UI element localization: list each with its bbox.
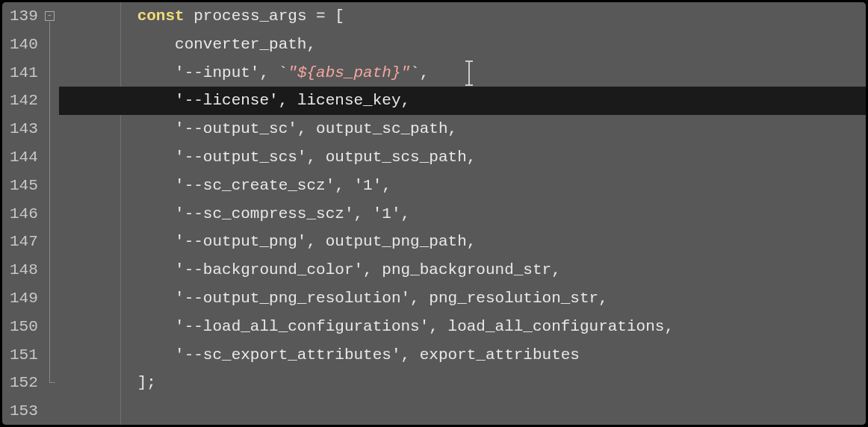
code-line[interactable]: '--sc_compress_scz', '1', bbox=[59, 200, 866, 228]
code-token: license_key, bbox=[297, 92, 410, 109]
code-token: , bbox=[401, 205, 411, 222]
line-number: 144 bbox=[10, 143, 38, 172]
fold-guide bbox=[49, 22, 50, 382]
code-token: , bbox=[354, 205, 373, 222]
code-token: , bbox=[306, 233, 325, 250]
line-number: 151 bbox=[10, 341, 38, 370]
code-token: '--output_png_resolution' bbox=[175, 290, 410, 307]
code-token: const bbox=[137, 7, 194, 25]
code-area[interactable]: const process_args = [ converter_path, '… bbox=[59, 2, 866, 425]
code-token: ]; bbox=[137, 374, 156, 391]
code-token: ` bbox=[279, 64, 288, 81]
code-token: '--sc_compress_scz' bbox=[175, 205, 353, 222]
code-token: png_background_str, bbox=[382, 261, 560, 278]
line-number: 147 bbox=[10, 228, 38, 256]
code-line[interactable]: '--output_png', output_png_path, bbox=[59, 228, 866, 256]
line-number: 152 bbox=[10, 369, 38, 397]
code-token: '--sc_export_attributes' bbox=[175, 346, 400, 364]
line-number-gutter: 1391401411421431441451461471481491501511… bbox=[2, 2, 43, 425]
code-line[interactable]: converter_path, bbox=[59, 31, 866, 59]
code-token: , bbox=[259, 64, 278, 81]
code-token: , bbox=[401, 346, 420, 364]
code-line[interactable]: '--license', license_key, bbox=[59, 87, 866, 115]
code-line[interactable]: const process_args = [ bbox=[59, 2, 866, 31]
code-line[interactable]: '--output_scs', output_scs_path, bbox=[59, 143, 866, 172]
code-token: , bbox=[306, 149, 325, 166]
code-token: process_args bbox=[193, 7, 316, 25]
code-line[interactable]: '--sc_create_scz', '1', bbox=[59, 172, 866, 200]
code-token: '--output_png' bbox=[175, 233, 306, 250]
fold-guide-end bbox=[49, 382, 55, 383]
code-line[interactable]: ]; bbox=[59, 369, 866, 397]
code-token: output_sc_path, bbox=[316, 120, 457, 137]
code-token: = [ bbox=[316, 7, 344, 25]
code-token: '1' bbox=[354, 177, 382, 194]
code-token: , bbox=[382, 177, 391, 194]
code-line[interactable]: '--sc_export_attributes', export_attribu… bbox=[59, 341, 866, 370]
code-token: output_png_path, bbox=[326, 233, 477, 250]
code-token: "${abs_path}" bbox=[288, 64, 410, 81]
line-number: 146 bbox=[10, 200, 38, 228]
line-number: 140 bbox=[10, 31, 38, 59]
code-token: converter_path, bbox=[175, 36, 316, 53]
code-token: '--sc_create_scz' bbox=[175, 177, 335, 194]
line-number: 141 bbox=[10, 59, 38, 87]
code-token: png_resolution_str, bbox=[429, 290, 607, 307]
line-number: 149 bbox=[10, 284, 38, 313]
line-number: 143 bbox=[10, 115, 38, 143]
code-token: '--input' bbox=[175, 64, 259, 81]
code-token: ` bbox=[410, 64, 420, 81]
fold-column[interactable]: - bbox=[43, 2, 59, 425]
fold-toggle-icon[interactable]: - bbox=[45, 11, 55, 21]
code-line[interactable] bbox=[59, 397, 866, 426]
code-token: '1' bbox=[373, 205, 401, 222]
line-number: 142 bbox=[10, 87, 38, 115]
code-token: '--output_sc' bbox=[175, 120, 297, 137]
code-line[interactable]: '--load_all_configurations', load_all_co… bbox=[59, 313, 866, 341]
code-line[interactable]: '--output_png_resolution', png_resolutio… bbox=[59, 284, 866, 313]
code-token: '--load_all_configurations' bbox=[175, 318, 429, 335]
code-token: '--background_color' bbox=[175, 261, 363, 278]
code-line[interactable]: '--output_sc', output_sc_path, bbox=[59, 115, 866, 143]
code-token: , bbox=[420, 64, 430, 81]
code-token: '--output_scs' bbox=[175, 149, 306, 166]
code-token: , bbox=[297, 120, 316, 137]
code-token: , bbox=[363, 261, 382, 278]
line-number: 139 bbox=[10, 2, 38, 31]
code-token: , bbox=[335, 177, 353, 194]
code-token: , bbox=[279, 92, 297, 109]
code-token: export_attributes bbox=[420, 346, 580, 364]
line-number: 153 bbox=[10, 397, 38, 426]
line-number: 145 bbox=[10, 172, 38, 200]
line-number: 150 bbox=[10, 313, 38, 341]
code-token: , bbox=[410, 290, 429, 307]
code-token: , bbox=[429, 318, 447, 335]
code-line[interactable]: '--input', `"${abs_path}"`, bbox=[59, 59, 866, 87]
code-line[interactable]: '--background_color', png_background_str… bbox=[59, 256, 866, 284]
code-editor[interactable]: 1391401411421431441451461471481491501511… bbox=[2, 2, 866, 425]
code-token: '--license' bbox=[175, 92, 279, 109]
code-token: load_all_configurations, bbox=[448, 318, 674, 335]
line-number: 148 bbox=[10, 256, 38, 284]
code-token: output_scs_path, bbox=[326, 149, 477, 166]
